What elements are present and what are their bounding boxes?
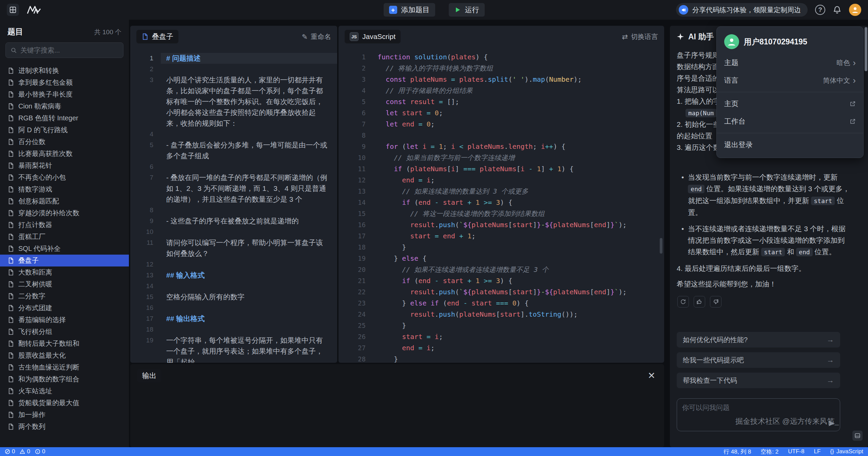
sidebar-item[interactable]: 二叉树供暖 [0,278,129,290]
document-icon [7,305,14,311]
sidebar-item[interactable]: 猜数字游戏 [0,183,129,195]
markdown-line: 12 [130,259,337,270]
sidebar-item[interactable]: RGB 色值转 Integer [0,112,129,124]
output-header: 输出 ✕ [130,364,664,382]
markdown-text: - 这些盘子的序号在被叠放之前就是递增的 [161,216,337,226]
code-line: 23 } else if (end - start === 0) { [339,298,664,309]
output-tab[interactable]: 输出 [137,369,161,382]
run-label: 运行 [465,5,479,15]
collapse-panel-button[interactable] [852,431,863,441]
sidebar-item[interactable]: 不再贪心的小包 [0,172,129,183]
sidebar-item[interactable]: 穿越沙漠的补给次数 [0,207,129,219]
bell-icon[interactable] [833,5,842,14]
sidebar-item[interactable]: 分布式团建 [0,302,129,314]
run-button[interactable]: 运行 [449,3,485,17]
sidebar-item[interactable]: 加一操作 [0,409,129,421]
dropdown-items: 主题暗色›语言简体中文›主页工作台退出登录 [717,54,863,154]
ai-bullets: •当发现当前数字与前一个数字连续递增时，更新 end 位置。如果连续递增的数量达… [677,172,861,258]
document-icon [7,222,14,228]
sidebar-item[interactable]: 叠盘子 [0,255,129,266]
sidebar-item[interactable]: 暴雨梨花针 [0,160,129,172]
eol-type[interactable]: LF [814,448,821,455]
sidebar-item[interactable]: 阿 D 的飞行路线 [0,124,129,136]
app-logo-icon[interactable] [26,5,41,15]
user-avatar[interactable] [849,4,861,16]
warnings-indicator[interactable]: 0 [20,448,30,455]
info-indicator[interactable]: 0 [35,448,45,455]
sidebar-item[interactable]: 拿到最多红包金额 [0,77,129,88]
menu-item[interactable]: 主题暗色› [717,54,863,72]
menu-item[interactable]: 语言简体中文› [717,72,863,89]
code-scrollbar-thumb[interactable] [660,238,662,254]
rename-button[interactable]: ✎ 重命名 [302,32,331,41]
document-icon [7,293,14,299]
help-icon[interactable]: ? [815,5,825,15]
sidebar-item[interactable]: 蛋糕工厂 [0,231,129,243]
sidebar-item-label: 创意标题匹配 [18,197,59,206]
close-icon[interactable]: ✕ [648,371,655,380]
promo-banner[interactable]: 分享代码练习体验，领限量定制周边 [676,3,808,17]
switch-language-button[interactable]: ⇄ 切换语言 [622,32,658,41]
sidebar-item[interactable]: 比赛最高获胜次数 [0,148,129,160]
line-number: 3 [130,75,153,129]
watermark: 掘金技术社区 @远方传来风笛_ [735,416,839,427]
sidebar-item-label: 和为偶数的数字组合 [18,375,79,384]
language-tab[interactable]: JS JavaScript [345,30,401,43]
sidebar-item[interactable]: 二分数字 [0,290,129,302]
errors-indicator[interactable]: 0 [5,448,15,455]
add-problem-button[interactable]: + 添加题目 [384,3,435,17]
problem-tab[interactable]: 叠盘子 [136,30,178,43]
ai-suggestion[interactable]: 帮我检查一下代码→ [677,373,840,388]
indentation[interactable]: 空格: 2 [760,448,778,456]
line-number: 4 [339,85,366,96]
sidebar-item[interactable]: 大数和距离 [0,266,129,278]
menu-item[interactable]: 主页 [717,95,863,113]
sidebar-item[interactable]: 打点计数器 [0,219,129,231]
sidebar-item[interactable]: SQL 代码补全 [0,243,129,255]
markdown-line: 1# 问题描述 [130,53,337,64]
sidebar-item[interactable]: 创意标题匹配 [0,195,129,207]
sidebar-item[interactable]: 货船载货量的最大值 [0,397,129,409]
sidebar-item[interactable]: 进制求和转换 [0,65,129,77]
code-text: } [378,320,406,331]
line-number: 5 [130,140,153,161]
sidebar-item[interactable]: 番茄编辑的选择 [0,314,129,326]
markdown-line: 8 [130,205,337,216]
output-panel: 输出 ✕ [130,364,664,447]
thumbs-down-button[interactable] [710,296,721,308]
code-text: if (plateNums[i] === plateNums[i - 1] + … [378,163,574,175]
sidebar-item[interactable]: 火车站选址 [0,385,129,397]
problem-list: 进制求和转换拿到最多红包金额最小替换子串长度Cion 勒索病毒RGB 色值转 I… [0,63,129,433]
regenerate-button[interactable] [677,296,689,308]
encoding[interactable]: UTF-8 [788,448,804,455]
ai-suggestion[interactable]: 给我一些代码提示吧→ [677,352,840,368]
sidebar-item[interactable]: 和为偶数的数字组合 [0,373,129,385]
menu-item[interactable]: 工作台 [717,113,863,130]
document-icon [7,115,14,121]
sidebar-item[interactable]: 两个数列 [0,421,129,433]
sidebar-item[interactable]: 翻转后最大子数组和 [0,338,129,350]
code-text: let end = 0; [378,119,435,130]
cursor-position[interactable]: 行 48, 列 8 [724,448,751,456]
ai-message-actions [677,296,861,314]
markdown-line: 11请问你可以编写一个程序，帮助小明算一算盘子该如何叠放么？ [130,237,337,259]
language-mode[interactable]: {} JavaScript [830,448,863,455]
sidebar-item[interactable]: 股票收益最大化 [0,350,129,361]
sidebar-item[interactable]: 飞行棋分组 [0,326,129,338]
sidebar-item[interactable]: Cion 勒索病毒 [0,100,129,112]
search-input[interactable] [20,46,118,54]
sidebar-item[interactable]: 百分位数 [0,136,129,148]
document-icon [7,257,14,264]
ai-suggestion[interactable]: 如何优化代码的性能?→ [677,332,840,348]
thumbs-up-button[interactable] [694,296,705,308]
arrow-right-icon: → [827,356,834,364]
sidebar-item[interactable]: 古生物血缘远近判断 [0,361,129,373]
arrow-right-icon: → [827,335,834,344]
page-scrollbar-thumb[interactable] [865,27,867,71]
code-text: end = i; [378,342,435,354]
panel-toggle-button[interactable] [7,4,19,16]
sidebar-item[interactable]: 最小替换子串长度 [0,88,129,100]
markdown-text [161,161,337,172]
menu-item[interactable]: 退出登录 [717,136,863,154]
markdown-line: 5- 盘子叠放后会被分为多堆，每一堆可能是由一个或多个盘子组成 [130,140,337,161]
